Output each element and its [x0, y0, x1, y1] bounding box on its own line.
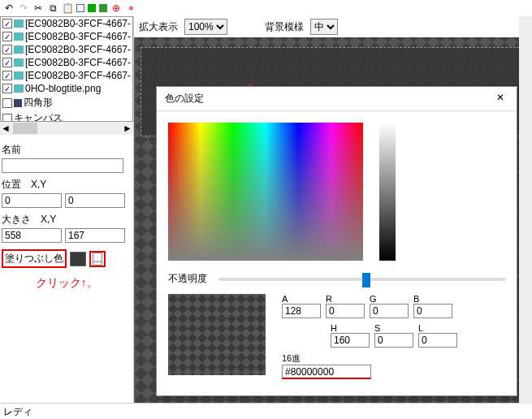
rect-icon[interactable]	[76, 4, 84, 12]
size-x-input[interactable]	[2, 228, 62, 243]
fill1-icon[interactable]	[88, 4, 96, 12]
name-label: 名前	[2, 143, 132, 157]
paste-icon[interactable]: 📋	[62, 2, 73, 14]
alpha-input[interactable]	[282, 304, 321, 318]
blue-input[interactable]	[413, 304, 452, 318]
layer-row[interactable]: 四角形	[1, 95, 132, 110]
layer-row[interactable]: [EC9082B0-3FCF-4667-	[1, 43, 132, 56]
layer-h-scroll[interactable]: ◄►	[0, 122, 133, 135]
red-input[interactable]	[326, 304, 365, 318]
size-y-input[interactable]	[65, 228, 125, 243]
position-label: 位置 X,Y	[2, 178, 132, 192]
name-input[interactable]	[2, 158, 123, 173]
layer-row[interactable]: [EC9082B0-3FCF-4667-	[1, 17, 132, 30]
cut-icon[interactable]: ✂	[32, 2, 44, 14]
canvas-v-scroll[interactable]	[519, 16, 532, 404]
annotation-text: クリック↑。	[2, 276, 132, 291]
bg-select[interactable]: 中	[310, 19, 338, 35]
status-bar: レディ	[0, 403, 532, 417]
opacity-label: 不透明度	[168, 272, 207, 286]
size-label: 大きさ X,Y	[2, 213, 132, 227]
pos-x-input[interactable]	[2, 193, 62, 208]
canvas-top-controls: 拡大表示 100% 背景模様 中	[134, 16, 532, 37]
main-toolbar: ↶ ↷ ✂ ⧉ 📋 ⊕ ⌖	[0, 0, 532, 16]
layer-row[interactable]: [EC9082B0-3FCF-4667-	[1, 30, 132, 43]
color-preview	[168, 294, 266, 375]
close-icon[interactable]: ✕	[492, 92, 508, 106]
sat-input[interactable]	[374, 333, 413, 348]
fill-picker-button[interactable]: ...	[93, 253, 102, 266]
redo-icon[interactable]: ↷	[18, 2, 29, 14]
fill-label: 塗りつぶし色	[2, 249, 67, 268]
saturation-value-picker[interactable]	[168, 123, 363, 261]
copy-icon[interactable]: ⧉	[47, 2, 58, 14]
layer-row[interactable]: [EC9082B0-3FCF-4667-	[1, 69, 132, 82]
undo-icon[interactable]: ↶	[3, 2, 15, 14]
opacity-slider[interactable]	[218, 278, 505, 281]
green-input[interactable]	[370, 304, 409, 318]
layer-row[interactable]: [EC9082B0-3FCF-4667-	[1, 56, 132, 69]
target-icon[interactable]: ⌖	[125, 2, 136, 14]
lightness-slider[interactable]	[379, 123, 396, 261]
hue-input[interactable]	[331, 333, 370, 348]
pos-y-input[interactable]	[65, 193, 125, 208]
lum-input[interactable]	[418, 333, 457, 348]
dialog-title: 色の設定	[165, 92, 204, 106]
hex-input[interactable]	[282, 365, 371, 379]
bg-label: 背景模様	[265, 20, 304, 34]
color-dialog: 色の設定 ✕ 不透明度 A R G B H S L 16進	[156, 86, 517, 396]
zoom-label: 拡大表示	[139, 20, 178, 34]
circle-icon[interactable]: ⊕	[110, 2, 122, 14]
sidebar: [EC9082B0-3FCF-4667- [EC9082B0-3FCF-4667…	[0, 16, 134, 403]
zoom-select[interactable]: 100%	[184, 19, 227, 35]
layer-panel: [EC9082B0-3FCF-4667- [EC9082B0-3FCF-4667…	[0, 16, 133, 122]
layer-row[interactable]: キャンバス	[1, 110, 132, 122]
fill-swatch[interactable]	[70, 252, 86, 266]
fill2-icon[interactable]	[99, 4, 107, 12]
layer-row[interactable]: 0HO-blogtitle.png	[1, 82, 132, 95]
